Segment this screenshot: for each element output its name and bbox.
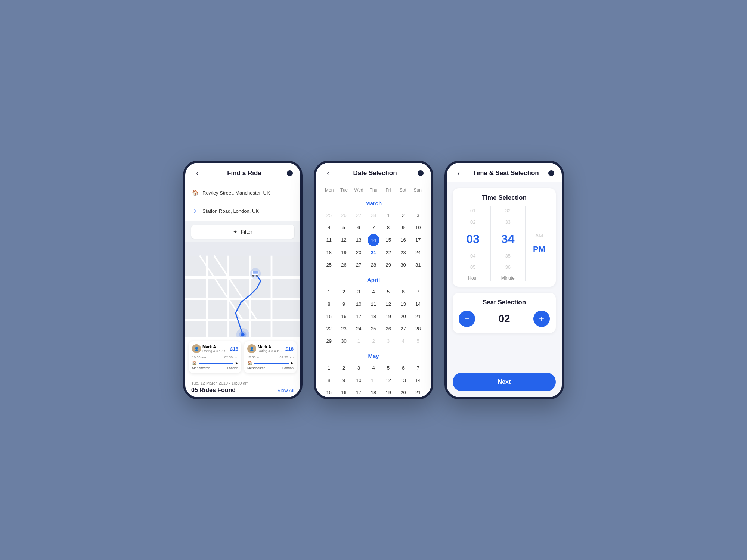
cal-day[interactable]: 5 — [381, 286, 396, 298]
cal-day[interactable]: 17 — [411, 234, 425, 246]
cal-day[interactable]: 13 — [396, 298, 410, 310]
cal-day[interactable]: 8 — [322, 298, 336, 310]
cal-day[interactable]: 20 — [396, 387, 410, 397]
cal-day[interactable]: 8 — [381, 222, 396, 233]
cal-day[interactable]: 4 — [366, 286, 381, 298]
cal-day[interactable]: 2 — [396, 209, 410, 221]
cal-day[interactable]: 1 — [322, 362, 336, 374]
cal-day[interactable]: 15 — [322, 387, 336, 397]
back-button-1[interactable]: ‹ — [193, 169, 202, 178]
cal-day[interactable]: 10 — [351, 374, 366, 386]
cal-day[interactable]: 7 — [411, 362, 425, 374]
cal-day[interactable]: 15 — [381, 234, 396, 246]
cal-day[interactable]: 15 — [322, 311, 336, 322]
cal-day[interactable]: 13 — [396, 374, 410, 386]
minute-36[interactable]: 36 — [505, 262, 511, 272]
cal-day[interactable]: 7 — [366, 222, 381, 233]
cal-day[interactable]: 21 — [411, 387, 425, 397]
cal-day[interactable]: 3 — [351, 362, 366, 374]
cal-day[interactable]: 10 — [411, 222, 425, 233]
cal-day-today[interactable]: 21 — [366, 247, 381, 258]
cal-day[interactable]: 28 — [366, 209, 381, 221]
cal-day[interactable]: 5 — [411, 335, 425, 347]
cal-day[interactable]: 30 — [396, 259, 410, 271]
cal-day[interactable]: 24 — [411, 247, 425, 258]
increase-seat-button[interactable]: + — [533, 311, 550, 327]
cal-day[interactable]: 28 — [366, 259, 381, 271]
cal-day[interactable]: 6 — [396, 286, 410, 298]
cal-day[interactable]: 17 — [351, 311, 366, 322]
cal-day[interactable]: 5 — [337, 222, 351, 233]
cal-day[interactable]: 18 — [366, 387, 381, 397]
ride-card-1[interactable]: 👤 Mark A. Rating 4.3 out 5 £18 10:30 am … — [189, 341, 241, 373]
cal-day[interactable]: 7 — [411, 286, 425, 298]
cal-day[interactable]: 16 — [337, 311, 351, 322]
cal-day[interactable]: 28 — [411, 323, 425, 335]
cal-day[interactable]: 5 — [381, 362, 396, 374]
cal-day[interactable]: 11 — [366, 374, 381, 386]
minute-32[interactable]: 32 — [505, 206, 511, 216]
cal-day[interactable]: 12 — [381, 298, 396, 310]
cal-day[interactable]: 25 — [366, 323, 381, 335]
cal-day[interactable]: 4 — [396, 335, 410, 347]
cal-day[interactable]: 26 — [381, 323, 396, 335]
cal-day[interactable]: 8 — [322, 374, 336, 386]
cal-day[interactable]: 16 — [396, 234, 410, 246]
cal-day[interactable]: 4 — [322, 222, 336, 233]
cal-day[interactable]: 11 — [366, 298, 381, 310]
minute-selected[interactable]: 34 — [501, 228, 515, 250]
cal-day[interactable]: 14 — [411, 298, 425, 310]
cal-day[interactable]: 29 — [381, 259, 396, 271]
minute-33[interactable]: 33 — [505, 217, 511, 227]
cal-day[interactable]: 27 — [396, 323, 410, 335]
cal-day[interactable]: 3 — [411, 209, 425, 221]
cal-day[interactable]: 2 — [366, 335, 381, 347]
minute-35[interactable]: 35 — [505, 251, 511, 261]
cal-day[interactable]: 3 — [381, 335, 396, 347]
cal-day[interactable]: 6 — [351, 222, 366, 233]
cal-day[interactable]: 11 — [322, 234, 336, 246]
cal-day[interactable]: 23 — [337, 323, 351, 335]
cal-day[interactable]: 4 — [366, 362, 381, 374]
cal-day[interactable]: 14 — [411, 374, 425, 386]
next-button[interactable]: Next — [453, 373, 556, 391]
cal-day[interactable]: 10 — [351, 298, 366, 310]
cal-day[interactable]: 17 — [351, 387, 366, 397]
decrease-seat-button[interactable]: − — [459, 311, 475, 327]
cal-day[interactable]: 22 — [381, 247, 396, 258]
cal-day[interactable]: 25 — [322, 259, 336, 271]
cal-day[interactable]: 9 — [337, 298, 351, 310]
back-button-3[interactable]: ‹ — [454, 169, 463, 178]
cal-day[interactable]: 19 — [381, 387, 396, 397]
filter-button[interactable]: ✦ Filter — [191, 225, 294, 239]
ampm-pm[interactable]: PM — [533, 243, 545, 256]
ride-card-2[interactable]: 👤 Mark A. Rating 4.3 out 5 £18 10:30 am … — [244, 341, 297, 373]
cal-day[interactable]: 27 — [351, 259, 366, 271]
hour-05[interactable]: 05 — [470, 262, 475, 272]
back-button-2[interactable]: ‹ — [323, 169, 332, 178]
cal-day[interactable]: 12 — [381, 374, 396, 386]
cal-day[interactable]: 13 — [351, 234, 366, 246]
cal-day[interactable]: 30 — [337, 335, 351, 347]
hour-01[interactable]: 01 — [470, 206, 475, 216]
hour-04[interactable]: 04 — [470, 251, 475, 261]
cal-day[interactable]: 1 — [351, 335, 366, 347]
cal-day[interactable]: 1 — [322, 286, 336, 298]
cal-day[interactable]: 18 — [322, 247, 336, 258]
cal-day[interactable]: 19 — [337, 247, 351, 258]
cal-day[interactable]: 2 — [337, 286, 351, 298]
cal-day[interactable]: 31 — [411, 259, 425, 271]
cal-day[interactable]: 27 — [351, 209, 366, 221]
cal-day[interactable]: 23 — [396, 247, 410, 258]
cal-day[interactable]: 25 — [322, 209, 336, 221]
hour-selected[interactable]: 03 — [466, 228, 480, 250]
cal-day[interactable]: 2 — [337, 362, 351, 374]
cal-day[interactable]: 9 — [337, 374, 351, 386]
cal-day[interactable]: 3 — [351, 286, 366, 298]
cal-day[interactable]: 1 — [381, 209, 396, 221]
cal-day[interactable]: 9 — [396, 222, 410, 233]
view-all-button[interactable]: View All — [278, 388, 294, 393]
cal-day[interactable]: 22 — [322, 323, 336, 335]
cal-day[interactable]: 26 — [337, 259, 351, 271]
cal-day[interactable]: 16 — [337, 387, 351, 397]
